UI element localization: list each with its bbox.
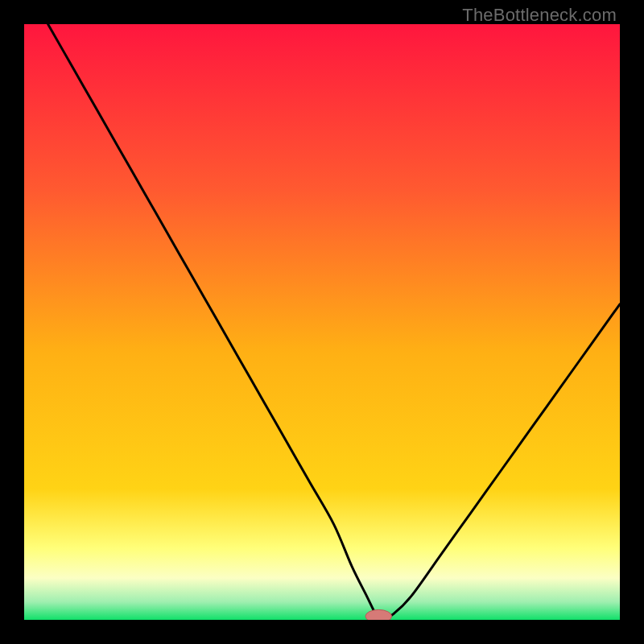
optimal-marker [365,609,392,620]
chart-svg [24,24,620,620]
chart-frame [24,24,620,620]
gradient-background [24,24,620,620]
watermark-text: TheBottleneck.com [462,5,617,26]
